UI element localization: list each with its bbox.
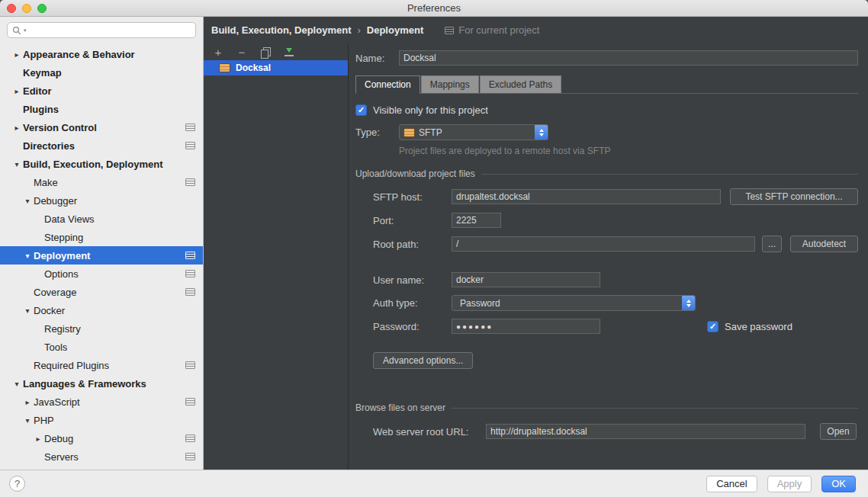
sidebar-item-label: Docker	[34, 305, 65, 316]
root-path-row: Root path: ... Autodetect	[355, 236, 858, 252]
sidebar-item-required-plugins[interactable]: Required Plugins	[0, 356, 203, 374]
sidebar-item-editor[interactable]: ▸Editor	[0, 82, 203, 100]
visible-only-checkbox[interactable]	[355, 104, 367, 116]
zoom-window-button[interactable]	[37, 4, 47, 13]
autodetect-button[interactable]: Autodetect	[790, 236, 858, 252]
collapse-arrow-icon[interactable]: ▾	[11, 160, 23, 168]
sidebar-item-keymap[interactable]: Keymap	[0, 63, 203, 82]
password-label: Password:	[373, 321, 452, 332]
browse-root-path-button[interactable]: ...	[762, 236, 782, 252]
section-browse: Browse files on server	[355, 402, 858, 413]
sidebar-item-plugins[interactable]: Plugins	[0, 100, 203, 118]
sidebar-item-registry[interactable]: Registry	[0, 319, 203, 338]
sidebar-item-tools[interactable]: Tools	[0, 338, 203, 356]
collapse-arrow-icon[interactable]: ▾	[21, 416, 34, 425]
tab-mappings[interactable]: Mappings	[421, 75, 479, 93]
expand-arrow-icon[interactable]: ▸	[11, 123, 23, 132]
tab-connection[interactable]: Connection	[355, 75, 420, 94]
ok-button[interactable]: OK	[821, 476, 856, 492]
server-list-item-docksal[interactable]: Docksal	[204, 60, 348, 75]
name-input[interactable]	[399, 50, 858, 66]
sidebar-item-label: Version Control	[23, 122, 97, 133]
sidebar-item-debugger[interactable]: ▾Debugger	[0, 191, 203, 210]
sidebar-item-servers[interactable]: Servers	[0, 447, 203, 466]
visible-only-label: Visible only for this project	[373, 104, 488, 116]
user-name-input[interactable]	[452, 272, 600, 287]
settings-tree: ▸Appearance & BehaviorKeymap▸EditorPlugi…	[0, 41, 203, 470]
sidebar-item-label: Build, Execution, Deployment	[23, 159, 162, 170]
remove-server-button[interactable]: −	[236, 46, 248, 58]
settings-search-input[interactable]: ▾	[7, 22, 196, 38]
apply-button[interactable]: Apply	[767, 476, 812, 492]
sftp-host-input[interactable]	[452, 189, 721, 204]
per-project-settings-icon	[185, 361, 195, 369]
per-project-settings-icon	[185, 142, 195, 149]
per-project-settings-icon	[185, 270, 195, 277]
expand-arrow-icon[interactable]: ▸	[21, 398, 34, 406]
collapse-arrow-icon[interactable]: ▾	[21, 197, 34, 205]
sidebar-item-options[interactable]: Options	[0, 265, 203, 283]
sidebar-item-build-execution-deployment[interactable]: ▾Build, Execution, Deployment	[0, 155, 203, 173]
use-as-default-button[interactable]	[283, 46, 295, 58]
save-password-group: Save password	[707, 321, 792, 332]
sidebar-item-directories[interactable]: Directories	[0, 136, 203, 155]
sftp-host-label: SFTP host:	[373, 191, 452, 203]
server-list-toolbar: + −	[204, 43, 348, 60]
save-password-checkbox[interactable]	[707, 321, 719, 332]
per-project-settings-icon	[185, 398, 195, 406]
minimize-window-button[interactable]	[22, 4, 31, 13]
expand-arrow-icon[interactable]: ▸	[11, 50, 23, 59]
sidebar-item-appearance-behavior[interactable]: ▸Appearance & Behavior	[0, 45, 203, 63]
collapse-arrow-icon[interactable]: ▾	[21, 252, 34, 260]
current-project-icon	[445, 27, 454, 34]
web-root-input[interactable]	[486, 424, 805, 439]
sidebar-item-languages-frameworks[interactable]: ▾Languages & Frameworks	[0, 374, 203, 393]
cancel-button[interactable]: Cancel	[706, 476, 757, 492]
scope-indicator: For current project	[445, 24, 539, 36]
port-input[interactable]	[452, 213, 501, 228]
sidebar-item-version-control[interactable]: ▸Version Control	[0, 118, 203, 136]
help-button[interactable]: ?	[9, 476, 25, 492]
password-input[interactable]	[452, 319, 600, 334]
sidebar-item-label: Keymap	[23, 67, 62, 79]
root-path-input[interactable]	[452, 236, 755, 252]
sidebar-item-label: Options	[44, 268, 79, 280]
sidebar-item-coverage[interactable]: Coverage	[0, 283, 203, 301]
sidebar-item-stepping[interactable]: Stepping	[0, 228, 203, 246]
settings-sidebar: ▾ ▸Appearance & BehaviorKeymap▸EditorPlu…	[0, 17, 204, 470]
sidebar-item-javascript[interactable]: ▸JavaScript	[0, 393, 203, 411]
auth-type-select[interactable]: Password	[452, 295, 696, 311]
test-sftp-connection-button[interactable]: Test SFTP connection...	[730, 188, 858, 205]
sidebar-item-debug[interactable]: ▸Debug	[0, 429, 203, 447]
collapse-arrow-icon[interactable]: ▾	[11, 380, 23, 388]
close-window-button[interactable]	[7, 4, 16, 13]
sidebar-item-docker[interactable]: ▾Docker	[0, 301, 203, 319]
add-server-button[interactable]: +	[212, 46, 224, 58]
scope-label: For current project	[458, 24, 539, 36]
sidebar-item-label: Debugger	[34, 195, 77, 207]
expand-arrow-icon[interactable]: ▸	[11, 87, 23, 95]
copy-server-button[interactable]	[259, 46, 272, 58]
name-label: Name:	[355, 53, 399, 64]
combo-arrows-icon	[682, 296, 695, 310]
tab-excluded-paths[interactable]: Excluded Paths	[480, 75, 561, 93]
sidebar-item-data-views[interactable]: Data Views	[0, 210, 203, 228]
sidebar-item-php[interactable]: ▾PHP	[0, 411, 203, 429]
open-url-button[interactable]: Open	[820, 423, 857, 440]
expand-arrow-icon[interactable]: ▸	[32, 434, 44, 443]
breadcrumb-group[interactable]: Build, Execution, Deployment	[211, 24, 351, 36]
per-project-settings-icon	[185, 123, 195, 131]
sidebar-item-deployment[interactable]: ▾Deployment	[0, 246, 203, 265]
collapse-arrow-icon[interactable]: ▾	[21, 306, 34, 315]
sidebar-item-label: Plugins	[23, 104, 59, 115]
advanced-options-button[interactable]: Advanced options...	[373, 352, 473, 369]
port-label: Port:	[373, 215, 452, 226]
sidebar-item-make[interactable]: Make	[0, 173, 203, 191]
sidebar-item-label: Debug	[44, 433, 73, 444]
deployment-server-icon	[219, 63, 230, 72]
type-select[interactable]: SFTP	[399, 124, 548, 140]
web-root-row: Web server root URL: Open	[355, 423, 858, 440]
copy-icon	[261, 47, 270, 57]
type-value: SFTP	[419, 127, 442, 138]
search-options-chevron-icon[interactable]: ▾	[24, 27, 27, 34]
